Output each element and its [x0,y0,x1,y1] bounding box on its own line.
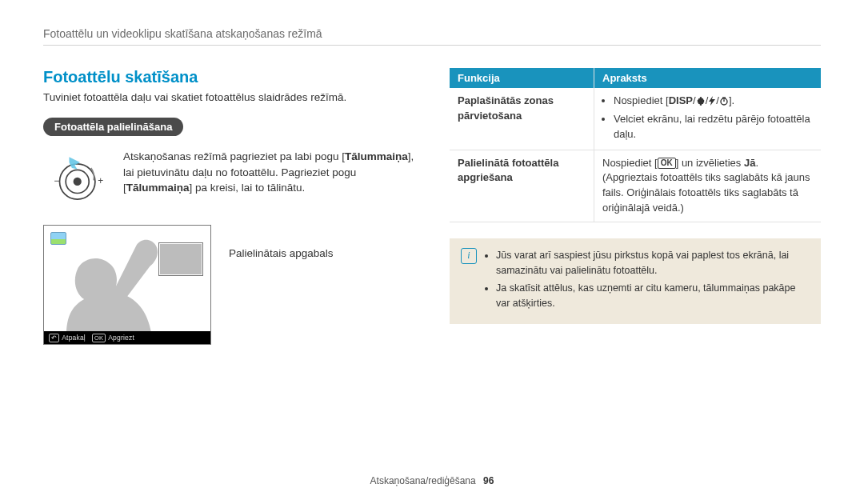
timer-icon [719,95,729,110]
svg-point-2 [74,178,81,186]
row2-name: Palielinātā fotoattēla apgriešana [450,150,594,222]
note-li1: Jūs varat arī saspiest jūsu pirkstus kop… [496,248,810,278]
row2-mid: ] un izvēlieties [676,157,744,169]
note-li2: Ja skatīsit attēlus, kas uzņemti ar citu… [496,281,810,311]
back-key-icon: ↶ [49,334,59,342]
dial-paragraph: Atskaņošanas režīmā pagrieziet pa labi p… [123,149,414,196]
screenshot-footer: ↶ Atpakaļ OK Apgriezt [44,331,210,344]
ok-chip: OK Apgriezt [92,334,134,342]
svg-text:+: + [98,175,103,186]
zoom-caption: Palielinātais apgabals [229,225,334,259]
table-row: Palielinātā fotoattēla apgriešana Nospie… [450,150,821,222]
breadcrumb: Fotoattēlu un videoklipu skatīšana atska… [43,27,821,46]
note-box: i Jūs varat arī saspiest jūsu pirkstus k… [450,238,821,324]
right-column: Funkcija Apraksts Paplašinātās zonas pār… [450,68,821,345]
row2-desc: Nospiediet [OK] un izvēlieties Jā. (Apgr… [594,150,822,222]
camera-screenshot: ↶ Atpakaļ OK Apgriezt [43,225,211,345]
subsection-pill: Fotoattēla palielināšana [43,118,183,136]
intro-text: Tuviniet fotoattēla daļu vai skatiet fot… [43,91,414,103]
flower-macro-icon [696,95,706,110]
dial-bold-2: Tālummaiņa [126,182,190,194]
row1-press-label: Nospiediet [614,94,662,106]
footer-page-number: 96 [483,475,494,486]
functions-table: Funkcija Apraksts Paplašinātās zonas pār… [450,68,821,222]
flash-icon [708,95,716,110]
dial-text-3: ] pa kreisi, lai to tālinātu. [190,182,306,194]
zoom-dial-icon: − + [43,149,109,206]
row2-prefix: Nospiediet [ [602,157,658,169]
ok-label: Apgriezt [108,334,134,342]
page-footer: Atskaņošana/rediģēšana 96 [0,475,864,486]
dial-bold-1: Tālummaiņa [345,150,408,162]
person-silhouette-icon [43,229,175,345]
note-info-icon: i [461,248,477,264]
th-description: Apraksts [594,68,822,88]
ok-key-icon: OK [658,158,676,169]
ok-key-icon: OK [92,334,106,342]
svg-text:−: − [54,175,60,186]
row1-li2: Velciet ekrānu, lai redzētu pārējo fotoa… [614,112,813,142]
left-column: Fotoattēlu skatīšana Tuviniet fotoattēla… [43,68,414,345]
row1-name: Paplašinātās zonas pārvietošana [450,88,594,150]
dial-text-1: Atskaņošanas režīmā pagrieziet pa labi p… [123,150,345,162]
row1-desc: Nospiediet [DISP///]. Velciet ekrānu, la… [594,88,822,150]
back-label: Atpakaļ [62,334,86,342]
th-function: Funkcija [450,68,594,88]
section-title: Fotoattēlu skatīšana [43,68,414,86]
disp-key-label: DISP [669,94,693,106]
table-row: Paplašinātās zonas pārvietošana Nospiedi… [450,88,821,150]
row2-bold: Jā [744,157,755,169]
back-chip: ↶ Atpakaļ [49,334,86,342]
footer-section: Atskaņošana/rediģēšana [370,475,476,486]
zoom-rect-indicator [159,243,202,275]
